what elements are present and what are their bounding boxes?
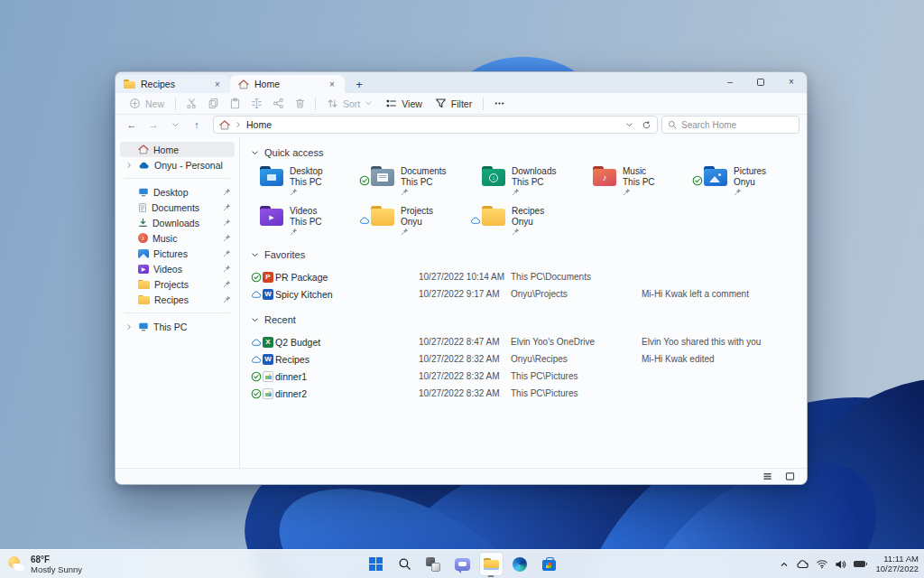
sort-button[interactable]: Sort: [320, 95, 379, 113]
tab-strip: Recipes × Home × + – ×: [116, 72, 807, 93]
file-explorer-window: Recipes × Home × + – × New: [115, 71, 808, 485]
tile-music[interactable]: ♪ Music This PC: [584, 165, 695, 196]
tab-recipes[interactable]: Recipes ×: [116, 75, 230, 93]
sidebar-item-label: Pictures: [153, 248, 218, 259]
file-explorer-button[interactable]: [480, 553, 503, 575]
file-date: 10/27/2022 8:32 AM: [419, 354, 511, 364]
clock[interactable]: 11:11 AM 10/27/2022: [875, 555, 919, 573]
sidebar-item-music[interactable]: ♪ Music: [120, 230, 235, 246]
store-button[interactable]: [538, 553, 560, 575]
new-button[interactable]: New: [123, 95, 171, 113]
tile-projects[interactable]: Projects Onyu: [362, 205, 473, 236]
tab-home[interactable]: Home ×: [230, 75, 345, 93]
more-options-button[interactable]: [488, 95, 510, 113]
cut-button[interactable]: [180, 95, 202, 113]
file-row-dinner2[interactable]: dinner2 10/27/2022 8:32 AM This PC\Pictu…: [251, 385, 807, 402]
hidden-icons-button[interactable]: [777, 557, 790, 571]
tab-close-icon[interactable]: ×: [326, 78, 338, 90]
tile-recipes[interactable]: Recipes Onyu: [473, 205, 584, 236]
tile-name: Documents: [401, 166, 447, 177]
wifi-icon[interactable]: [815, 557, 828, 571]
favorites-header[interactable]: Favorites: [251, 248, 807, 261]
file-row-pr-package[interactable]: P PR Package 10/27/2022 10:14 AM This PC…: [251, 268, 807, 285]
sidebar-item-label: Onyu - Personal: [154, 160, 231, 171]
search-button[interactable]: [393, 553, 416, 575]
search-box[interactable]: [661, 116, 799, 134]
taskbar: 68°F Mostly Sunny: [0, 549, 924, 578]
sidebar-item-videos[interactable]: ▶ Videos: [120, 261, 235, 276]
clock-date: 10/27/2022: [875, 564, 919, 574]
file-name: Recipes: [274, 354, 419, 365]
sidebar-item-label: Documents: [152, 202, 218, 213]
sidebar-item-recipes[interactable]: Recipes: [120, 292, 235, 307]
tab-close-icon[interactable]: ×: [211, 78, 224, 90]
address-bar[interactable]: Home: [213, 116, 658, 134]
recipes-folder-icon: [482, 206, 505, 226]
pin-icon: [290, 228, 298, 236]
tile-pictures[interactable]: Pictures Onyu: [695, 165, 806, 196]
sidebar-item-downloads[interactable]: Downloads: [120, 215, 235, 230]
breadcrumb[interactable]: Home: [246, 119, 272, 130]
onedrive-tray-icon[interactable]: [796, 557, 809, 571]
up-button[interactable]: ↑: [188, 117, 206, 133]
file-row-recipes[interactable]: W Recipes 10/27/2022 8:32 AM Onyu\Recipe…: [251, 350, 807, 368]
pin-icon: [512, 228, 520, 236]
sidebar-item-pictures[interactable]: Pictures: [120, 246, 235, 261]
chevron-down-icon[interactable]: [625, 121, 633, 129]
file-row-spicy-kitchen[interactable]: W Spicy Kitchen 10/27/2022 9:17 AM Onyu\…: [251, 285, 807, 303]
view-button[interactable]: View: [379, 95, 429, 113]
share-button[interactable]: [267, 95, 289, 113]
forward-button[interactable]: →: [144, 117, 162, 133]
chat-button[interactable]: [451, 553, 474, 575]
file-date: 10/27/2022 8:47 AM: [419, 337, 511, 347]
refresh-icon[interactable]: [642, 120, 651, 130]
sidebar-item-documents[interactable]: Documents: [120, 200, 235, 215]
battery-icon[interactable]: [853, 557, 866, 571]
tile-downloads[interactable]: ↓ Downloads This PC: [473, 165, 584, 196]
chevron-right-icon[interactable]: [125, 162, 134, 169]
tile-desktop[interactable]: Desktop This PC: [251, 165, 362, 196]
tile-name: Downloads: [512, 166, 556, 177]
tile-name: Pictures: [734, 166, 766, 177]
rename-button[interactable]: [245, 95, 267, 113]
maximize-button[interactable]: [745, 72, 776, 91]
sidebar-item-onedrive[interactable]: Onyu - Personal: [120, 157, 235, 172]
large-icons-view-button[interactable]: [784, 471, 796, 481]
sidebar-item-home[interactable]: Home: [120, 142, 235, 157]
recent-locations-button[interactable]: [166, 117, 184, 133]
widgets-button[interactable]: 68°F Mostly Sunny: [7, 555, 82, 574]
copy-button[interactable]: [202, 95, 224, 113]
start-button[interactable]: [365, 553, 387, 575]
sidebar-item-label: Desktop: [153, 187, 218, 198]
search-input[interactable]: [681, 120, 793, 130]
file-row-dinner1[interactable]: dinner1 10/27/2022 8:32 AM This PC\Pictu…: [251, 368, 807, 385]
new-tab-button[interactable]: +: [349, 75, 369, 93]
filter-button[interactable]: Filter: [429, 95, 478, 113]
volume-icon[interactable]: [834, 557, 847, 571]
close-button[interactable]: ×: [776, 72, 807, 91]
delete-button[interactable]: [289, 95, 310, 113]
paste-button[interactable]: [224, 95, 245, 113]
chevron-right-icon[interactable]: [125, 323, 134, 331]
sidebar-item-projects[interactable]: Projects: [120, 276, 235, 292]
tile-videos[interactable]: ▶ Videos This PC: [251, 205, 362, 236]
ellipsis-icon: [494, 98, 505, 109]
weather-icon: [7, 555, 24, 573]
system-tray: 11:11 AM 10/27/2022: [777, 555, 919, 573]
details-view-button[interactable]: [762, 471, 773, 481]
task-view-button[interactable]: [422, 553, 445, 575]
rename-icon: [251, 98, 263, 109]
chevron-down-icon: [251, 316, 259, 324]
back-button[interactable]: ←: [123, 117, 141, 133]
recent-header[interactable]: Recent: [251, 313, 807, 326]
minimize-button[interactable]: –: [715, 72, 745, 91]
file-row-q2-budget[interactable]: X Q2 Budget 10/27/2022 8:47 AM Elvin Yoo…: [251, 333, 807, 350]
tile-documents[interactable]: Documents This PC: [362, 165, 473, 196]
quick-access-header[interactable]: Quick access: [251, 146, 807, 159]
edge-button[interactable]: [509, 553, 531, 575]
titlebar-drag-area[interactable]: [369, 72, 715, 93]
tile-location: This PC: [623, 177, 655, 188]
file-location: Onyu\Recipes: [511, 354, 642, 364]
sidebar-item-this-pc[interactable]: This PC: [120, 319, 235, 334]
sidebar-item-desktop[interactable]: Desktop: [120, 184, 235, 200]
